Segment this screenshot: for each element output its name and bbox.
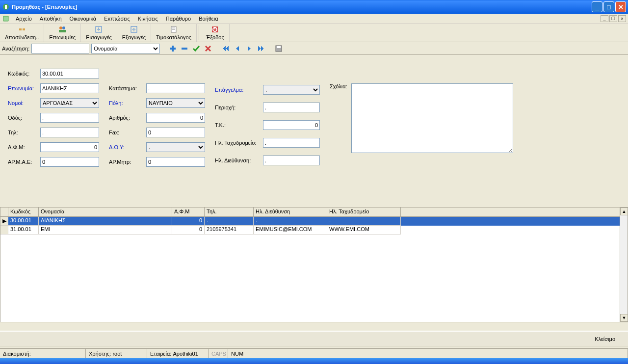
- select-doy[interactable]: .: [146, 142, 205, 152]
- input-store[interactable]: [146, 83, 205, 93]
- status-company-value: Apothiki01: [173, 351, 198, 357]
- grid-header-email[interactable]: Ηλ. Ταχυδρομείο: [327, 208, 401, 216]
- label-profession: Επάγγελμα:: [215, 87, 260, 93]
- toolbar-imports[interactable]: Εισαγωγές: [81, 24, 117, 42]
- toolbar-pricelist[interactable]: Τιμοκατάλογος: [151, 24, 197, 42]
- status-company-label: Εταιρεία:: [150, 351, 171, 357]
- label-zip: Τ.Κ.:: [215, 122, 260, 128]
- maximize-button[interactable]: □: [603, 1, 614, 12]
- menu-finance[interactable]: Οικονομικά: [66, 15, 101, 23]
- select-city[interactable]: ΝΑΥΠΛΙΟ: [146, 98, 205, 108]
- label-url: Ηλ. Διεύθυνση:: [215, 157, 260, 163]
- pricelist-icon: [170, 26, 178, 33]
- select-profession[interactable]: .: [263, 85, 320, 95]
- svg-rect-6: [59, 30, 66, 32]
- table-cell: WWW.EMI.COM: [327, 226, 401, 234]
- titlebar: Προμηθέας - [Επωνυμίες] _ □ ✕: [0, 0, 628, 14]
- input-code[interactable]: [40, 69, 99, 78]
- label-city: Πόλη:: [109, 100, 142, 106]
- menu-help[interactable]: Βοήθεια: [195, 15, 222, 23]
- svg-rect-19: [277, 46, 281, 48]
- label-armitr: ΑΡ.Μητρ:: [109, 159, 142, 165]
- input-url[interactable]: [263, 156, 320, 165]
- mdi-restore[interactable]: ❐: [609, 15, 617, 22]
- row-indicator: [0, 226, 8, 234]
- label-phone: Τηλ:: [8, 130, 36, 135]
- minimize-button[interactable]: _: [592, 1, 602, 12]
- input-fax[interactable]: [146, 128, 205, 137]
- search-field-select[interactable]: Ονομασία: [91, 44, 160, 53]
- status-user-label: Χρήστης:: [89, 351, 111, 357]
- import-icon: [95, 26, 103, 33]
- save-button[interactable]: [274, 44, 284, 53]
- svg-rect-2: [19, 28, 22, 30]
- prev-button[interactable]: [233, 44, 242, 53]
- input-phone[interactable]: [40, 128, 99, 137]
- window-close-button[interactable]: ✕: [615, 1, 626, 12]
- table-row[interactable]: ▶30.00.01ΛΙΑΝΙΚΗΣ0...: [0, 217, 620, 226]
- input-street[interactable]: [40, 113, 99, 123]
- grid-header-phone[interactable]: Τηλ.: [205, 208, 254, 216]
- menu-movements[interactable]: Κινήσεις: [134, 15, 162, 23]
- input-armitr[interactable]: [146, 157, 205, 167]
- toolbar-exit[interactable]: Έξοδος: [201, 24, 230, 42]
- close-link[interactable]: Κλείσιμο: [592, 335, 618, 343]
- row-indicator: ▶: [0, 217, 8, 226]
- grid-vertical-scrollbar[interactable]: ▲ ▼: [620, 208, 628, 322]
- status-num: NUM: [228, 349, 628, 358]
- table-cell: 30.00.01: [8, 217, 39, 226]
- cancel-button[interactable]: [203, 44, 213, 53]
- mdi-close[interactable]: ×: [618, 15, 626, 22]
- toolbar-exports[interactable]: Εξαγωγές: [117, 24, 151, 42]
- svg-rect-17: [182, 48, 187, 50]
- scroll-up-button[interactable]: ▲: [620, 208, 628, 215]
- label-code: Κωδικός:: [8, 71, 36, 77]
- toolbar-names[interactable]: Επωνυμίες: [44, 24, 81, 42]
- table-cell: .: [254, 217, 327, 226]
- input-area[interactable]: [263, 103, 320, 112]
- remove-button[interactable]: [180, 44, 189, 53]
- bottom-bar: Κλείσιμο: [0, 331, 628, 346]
- table-cell: 0: [172, 217, 205, 226]
- svg-rect-3: [23, 28, 25, 30]
- scroll-track[interactable]: [620, 215, 628, 314]
- first-button[interactable]: [221, 44, 231, 53]
- scroll-down-button[interactable]: ▼: [620, 314, 628, 322]
- disconnect-icon: [18, 26, 26, 33]
- add-button[interactable]: [168, 44, 178, 53]
- input-name[interactable]: [40, 83, 99, 93]
- toolbar-disconnect[interactable]: Αποσύνδεση..: [0, 24, 44, 42]
- input-email[interactable]: [263, 138, 320, 148]
- search-bar: Αναζήτηση: Ονομασία: [0, 42, 628, 55]
- label-number: Αριθμός:: [109, 115, 142, 121]
- main-toolbar: Αποσύνδεση.. Επωνυμίες Εισαγωγές Εξαγωγέ…: [0, 24, 628, 42]
- grid-header-url[interactable]: Ηλ. Διεύθυνση: [254, 208, 327, 216]
- input-number[interactable]: [146, 113, 205, 123]
- label-comments: Σχόλια:: [330, 83, 347, 153]
- search-input[interactable]: [31, 44, 89, 53]
- menu-file[interactable]: Αρχείο: [12, 15, 36, 23]
- next-button[interactable]: [244, 44, 254, 53]
- select-county[interactable]: ΑΡΓΟΛΙΔΑΣ: [40, 98, 99, 108]
- menu-window[interactable]: Παράθυρο: [162, 15, 195, 23]
- grid-header-code[interactable]: Κωδικός: [8, 208, 39, 216]
- confirm-button[interactable]: [191, 44, 201, 53]
- menu-warehouse[interactable]: Αποθήκη: [36, 15, 66, 23]
- table-cell: .: [327, 217, 401, 226]
- mdi-minimize[interactable]: _: [601, 15, 608, 22]
- grid-header-vat[interactable]: Α.Φ.Μ: [172, 208, 205, 216]
- last-button[interactable]: [256, 44, 266, 53]
- input-armae[interactable]: [40, 157, 99, 167]
- table-row[interactable]: 31.00.01EMI02105975341EMIMUSIC@EMI.COMWW…: [0, 226, 620, 234]
- input-vat[interactable]: [40, 142, 99, 152]
- status-server-label: Διακομιστή:: [3, 351, 31, 357]
- status-caps: CAPS: [209, 349, 228, 358]
- input-zip[interactable]: [263, 120, 320, 130]
- svg-point-4: [59, 26, 62, 29]
- table-cell: 0: [172, 226, 205, 234]
- menu-discounts[interactable]: Εκπτώσεις: [100, 15, 134, 23]
- data-grid: Κωδικός Ονομασία Α.Φ.Μ Τηλ. Ηλ. Διεύθυνσ…: [0, 207, 628, 322]
- grid-header-name[interactable]: Ονομασία: [39, 208, 172, 216]
- textarea-comments[interactable]: [351, 83, 513, 153]
- label-street: Οδός:: [8, 115, 36, 121]
